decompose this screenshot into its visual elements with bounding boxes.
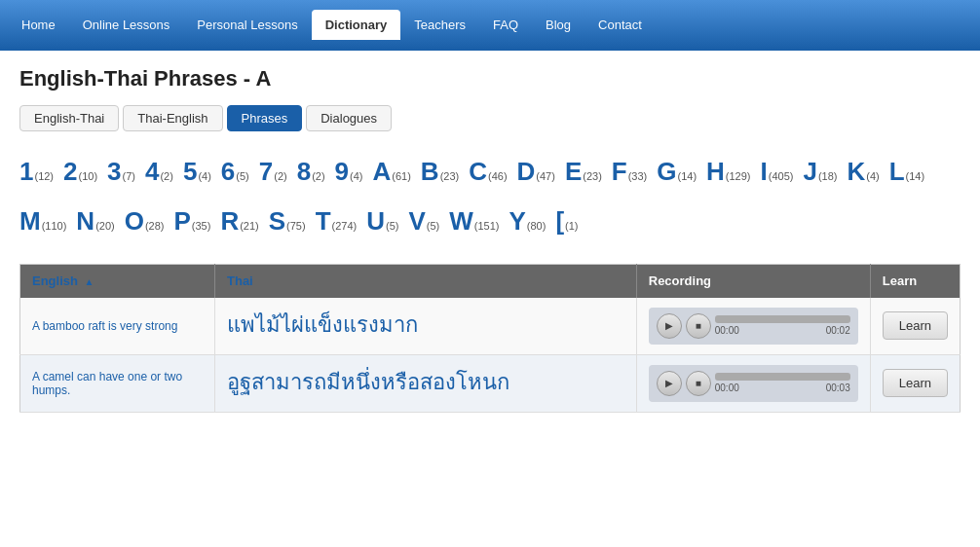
header-learn: Learn	[870, 264, 960, 298]
nav-teachers[interactable]: Teachers	[400, 10, 479, 40]
alpha-item-A[interactable]: A(61)	[373, 149, 411, 195]
time-start-0: 00:00	[715, 325, 739, 336]
time-end-1: 00:03	[826, 383, 850, 393]
alpha-item-T[interactable]: T(274)	[316, 199, 358, 244]
alpha-item-F[interactable]: F(33)	[612, 149, 647, 195]
audio-player-1: ▶ ■ 00:00 00:03	[649, 365, 858, 402]
alpha-item-D[interactable]: D(47)	[517, 149, 555, 195]
alpha-item-Y[interactable]: Y(80)	[509, 199, 547, 244]
alpha-item-G[interactable]: G(14)	[657, 149, 697, 195]
cell-learn-0: Learn	[870, 298, 960, 355]
nav-online-lessons[interactable]: Online Lessons	[69, 10, 184, 40]
alpha-item-C[interactable]: C(46)	[469, 149, 507, 195]
alpha-item-2[interactable]: 2(10)	[63, 149, 97, 195]
subtab-dialogues[interactable]: Dialogues	[306, 105, 392, 131]
alpha-item-P[interactable]: P(35)	[174, 199, 211, 244]
cell-learn-1: Learn	[870, 354, 960, 412]
learn-button-1[interactable]: Learn	[883, 369, 948, 397]
alpha-item-L[interactable]: L(14)	[889, 149, 924, 195]
alpha-item-4[interactable]: 4(2)	[145, 149, 173, 195]
nav-home[interactable]: Home	[8, 10, 69, 40]
sub-tabs: English-Thai Thai-English Phrases Dialog…	[19, 105, 961, 131]
header-recording: Recording	[636, 264, 870, 298]
stop-button-1[interactable]: ■	[686, 371, 711, 396]
play-button-1[interactable]: ▶	[657, 371, 682, 396]
alpha-item-6[interactable]: 6(5)	[221, 149, 249, 195]
alpha-item-W[interactable]: W(151)	[449, 199, 499, 244]
alpha-item-M[interactable]: M(110)	[19, 199, 66, 244]
subtab-phrases[interactable]: Phrases	[227, 105, 303, 131]
alpha-item-B[interactable]: B(23)	[421, 149, 459, 195]
alpha-item-[[interactable]: [(1)	[555, 199, 578, 244]
table-header-row: English ▲ Thai Recording Learn	[20, 264, 961, 298]
alpha-item-N[interactable]: N(20)	[76, 199, 114, 244]
audio-progress-0[interactable]	[715, 315, 850, 323]
audio-wrapper-1: ▶ ■ 00:00 00:03	[649, 365, 858, 402]
alpha-item-9[interactable]: 9(4)	[335, 149, 363, 195]
alphabet-grid: 1(12)2(10)3(7)4(2)5(4)6(5)7(2)8(2)9(4)A(…	[19, 149, 961, 244]
audio-player-0: ▶ ■ 00:00 00:02	[649, 308, 858, 345]
nav-faq[interactable]: FAQ	[479, 10, 532, 40]
alpha-item-3[interactable]: 3(7)	[107, 149, 135, 195]
main-content: English-Thai Phrases - A English-Thai Th…	[0, 51, 980, 428]
cell-recording-1: ▶ ■ 00:00 00:03	[636, 354, 870, 412]
alpha-item-E[interactable]: E(23)	[565, 149, 602, 195]
alpha-item-K[interactable]: K(4)	[847, 149, 879, 195]
audio-times-1: 00:00 00:03	[715, 383, 850, 393]
play-button-0[interactable]: ▶	[657, 313, 682, 339]
alpha-item-S[interactable]: S(75)	[269, 199, 306, 244]
header-english[interactable]: English ▲	[20, 264, 215, 298]
nav-dictionary[interactable]: Dictionary	[312, 10, 401, 40]
cell-english-1: A camel can have one or two humps.	[20, 354, 215, 412]
navigation: Home Online Lessons Personal Lessons Dic…	[0, 0, 980, 51]
stop-button-0[interactable]: ■	[686, 313, 711, 339]
phrase-table: English ▲ Thai Recording Learn A bamboo …	[19, 264, 961, 413]
alpha-item-8[interactable]: 8(2)	[297, 149, 325, 195]
cell-recording-0: ▶ ■ 00:00 00:02	[636, 298, 870, 355]
alpha-item-I[interactable]: I(405)	[761, 149, 794, 195]
cell-thai-0: แพไม้ไผ่แข็งแรงมาก	[215, 298, 637, 355]
subtab-thai-english[interactable]: Thai-English	[123, 105, 222, 131]
alpha-item-1[interactable]: 1(12)	[19, 149, 54, 195]
alpha-item-J[interactable]: J(18)	[803, 149, 837, 195]
sort-arrow: ▲	[85, 276, 94, 287]
table-row: A camel can have one or two humps. อูฐสา…	[20, 354, 961, 412]
cell-thai-1: อูฐสามารถมีหนึ่งหรือสองโหนก	[215, 354, 637, 412]
header-thai: Thai	[215, 264, 637, 298]
alpha-item-7[interactable]: 7(2)	[259, 149, 287, 195]
alpha-item-5[interactable]: 5(4)	[183, 149, 211, 195]
audio-progress-1[interactable]	[715, 373, 850, 381]
alpha-item-H[interactable]: H(129)	[706, 149, 750, 195]
time-end-0: 00:02	[826, 325, 850, 336]
page-title: English-Thai Phrases - A	[19, 66, 961, 91]
audio-times-0: 00:00 00:02	[715, 325, 850, 336]
nav-personal-lessons[interactable]: Personal Lessons	[183, 10, 311, 40]
table-row: A bamboo raft is very strong แพไม้ไผ่แข็…	[20, 298, 961, 355]
cell-english-0: A bamboo raft is very strong	[20, 298, 215, 355]
nav-blog[interactable]: Blog	[532, 10, 584, 40]
alpha-item-V[interactable]: V(5)	[408, 199, 439, 244]
learn-button-0[interactable]: Learn	[883, 311, 948, 340]
subtab-english-thai[interactable]: English-Thai	[19, 105, 119, 131]
time-start-1: 00:00	[715, 383, 739, 393]
alpha-item-R[interactable]: R(21)	[220, 199, 258, 244]
nav-contact[interactable]: Contact	[584, 10, 656, 40]
audio-wrapper-0: ▶ ■ 00:00 00:02	[649, 308, 858, 345]
alpha-item-O[interactable]: O(28)	[125, 199, 165, 244]
alpha-item-U[interactable]: U(5)	[366, 199, 398, 244]
